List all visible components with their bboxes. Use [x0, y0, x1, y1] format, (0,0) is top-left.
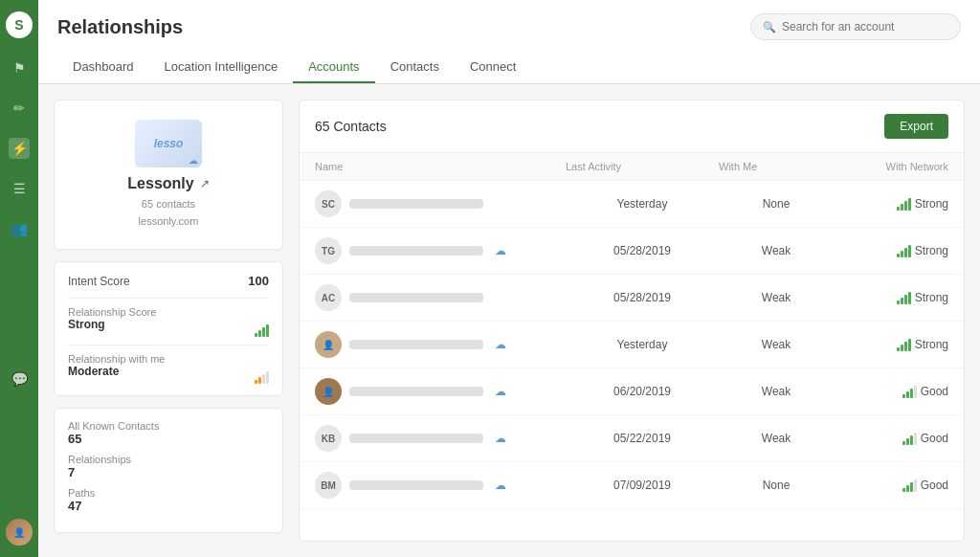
- rel-me-row: Relationship with me Moderate: [68, 353, 269, 384]
- signal-bar: [914, 479, 917, 492]
- signal-bar: [910, 435, 913, 445]
- rel-score-row: Relationship Score Strong: [68, 306, 269, 337]
- flag-icon[interactable]: ⚑: [9, 57, 30, 78]
- rel-me-label: Relationship with me: [68, 353, 166, 365]
- signal-bar: [901, 251, 903, 257]
- with-network-cell: Strong: [834, 338, 948, 351]
- last-activity-cell: 05/28/2019: [566, 244, 719, 257]
- name-bar: [349, 246, 483, 256]
- signal-bar-d: [266, 371, 269, 384]
- name-bar: [349, 480, 483, 490]
- tab-connect[interactable]: Connect: [455, 52, 531, 83]
- name-bar: [349, 199, 483, 209]
- name-cell: TG☁: [315, 237, 566, 264]
- signal-bar: [910, 389, 913, 398]
- contacts-count: 65 Contacts: [315, 119, 387, 134]
- stats-card: All Known Contacts 65 Relationships 7 Pa…: [54, 408, 283, 533]
- avatar-photo: 👤: [315, 331, 342, 358]
- last-activity-cell: 05/22/2019: [566, 432, 719, 445]
- tab-location-intelligence[interactable]: Location Intelligence: [149, 52, 294, 83]
- cloud-icon: ☁: [495, 479, 506, 492]
- sidebar-logo[interactable]: S: [6, 11, 33, 38]
- relationship-with-me: Relationship with me Moderate: [68, 353, 166, 378]
- search-input[interactable]: [782, 20, 948, 33]
- table-header: Name Last Activity With Me With Network: [300, 153, 964, 181]
- stat-contacts-label: All Known Contacts: [68, 420, 269, 432]
- signal-bar: [908, 198, 911, 211]
- with-me-cell: Weak: [719, 432, 834, 445]
- tab-contacts[interactable]: Contacts: [375, 52, 455, 83]
- avatar-circle: TG: [315, 237, 342, 264]
- table-row[interactable]: KB☁05/22/2019WeakGood: [300, 415, 964, 462]
- company-name-row: Lessonly ↗: [70, 175, 267, 192]
- th-with-network: With Network: [834, 161, 948, 172]
- tab-accounts[interactable]: Accounts: [293, 52, 374, 83]
- menu-icon[interactable]: ☰: [9, 178, 30, 199]
- stat-paths-value: 47: [68, 499, 269, 513]
- signal-bar: [914, 386, 917, 398]
- signal-bar-a: [255, 380, 257, 384]
- pencil-icon[interactable]: ✏: [9, 98, 30, 119]
- header: Relationships 🔍 Dashboard Location Intel…: [38, 0, 980, 84]
- avatar[interactable]: 👤: [6, 519, 33, 546]
- company-contacts: 65 contacts: [70, 196, 267, 213]
- signal-bar: [908, 245, 911, 257]
- signal-bar: [897, 207, 900, 211]
- table-row[interactable]: 👤☁YesterdayWeakStrong: [300, 322, 964, 368]
- last-activity-cell: Yesterday: [566, 338, 719, 351]
- network-signal-bars: [897, 338, 911, 351]
- avatar-circle: SC: [315, 190, 342, 217]
- network-signal-bars: [902, 432, 917, 445]
- signal-bar: [902, 488, 905, 492]
- signal-bar: [906, 391, 909, 398]
- signal-bar: [914, 433, 917, 445]
- company-logo-cloud-icon: ☁: [189, 155, 198, 166]
- company-logo: lesso ☁: [135, 120, 202, 167]
- last-activity-cell: Yesterday: [566, 197, 719, 211]
- last-activity-cell: 07/09/2019: [566, 479, 719, 492]
- right-panel: 65 Contacts Export Name Last Activity Wi…: [299, 100, 965, 542]
- name-cell: SC: [315, 190, 566, 217]
- last-activity-cell: 05/28/2019: [566, 291, 719, 304]
- signal-bar-3: [262, 327, 265, 337]
- signal-bar-1: [255, 333, 257, 337]
- table-body: SCYesterdayNoneStrongTG☁05/28/2019WeakSt…: [300, 181, 964, 541]
- rel-me-signal: [255, 370, 269, 384]
- stat-paths: Paths 47: [68, 487, 269, 513]
- rel-score-label: Relationship Score: [68, 306, 156, 318]
- external-link-icon[interactable]: ↗: [200, 177, 210, 190]
- lightning-icon[interactable]: ⚡: [9, 138, 30, 159]
- network-signal-bars: [897, 197, 911, 211]
- table-row[interactable]: SCYesterdayNoneStrong: [300, 181, 964, 228]
- cloud-icon: ☁: [495, 385, 506, 398]
- users-icon[interactable]: 👥: [9, 218, 30, 239]
- with-network-cell: Strong: [834, 197, 948, 211]
- main-content: Relationships 🔍 Dashboard Location Intel…: [38, 0, 980, 557]
- export-button[interactable]: Export: [884, 114, 948, 139]
- name-cell: KB☁: [315, 425, 566, 452]
- with-network-cell: Good: [834, 385, 948, 398]
- signal-bar: [906, 438, 909, 445]
- with-me-cell: Weak: [719, 291, 834, 304]
- cloud-icon: ☁: [495, 244, 506, 257]
- signal-bar: [897, 254, 900, 257]
- signal-bar: [904, 295, 907, 304]
- avatar-image: 👤: [6, 519, 33, 546]
- cloud-icon: ☁: [495, 338, 506, 351]
- left-panel: lesso ☁ Lessonly ↗ 65 contacts lessonly.…: [54, 100, 283, 542]
- table-row[interactable]: TG☁05/28/2019WeakStrong: [300, 228, 964, 275]
- table-row[interactable]: BM☁07/09/2019NoneGood: [300, 462, 964, 509]
- search-box[interactable]: 🔍: [750, 13, 961, 40]
- divider2: [68, 345, 269, 345]
- rel-me-value: Moderate: [68, 365, 166, 378]
- chat-icon[interactable]: 💬: [9, 368, 30, 390]
- tab-dashboard[interactable]: Dashboard: [57, 52, 149, 83]
- signal-bar: [908, 292, 911, 304]
- table-row[interactable]: 👤☁06/20/2019WeakGood: [300, 368, 964, 415]
- table-row[interactable]: AC05/28/2019WeakStrong: [300, 275, 964, 322]
- with-me-cell: None: [719, 197, 834, 211]
- network-signal-bars: [902, 385, 917, 398]
- relationship-score: Relationship Score Strong: [68, 306, 156, 331]
- with-network-cell: Strong: [834, 291, 948, 304]
- stat-relationships: Relationships 7: [68, 454, 269, 479]
